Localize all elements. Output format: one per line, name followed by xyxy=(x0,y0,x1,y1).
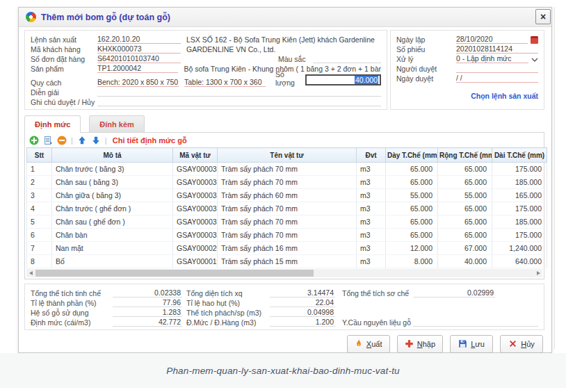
column-header[interactable]: Mã vật tư xyxy=(173,148,218,163)
table-cell: Tràm sấy phách 70 mm xyxy=(218,202,357,215)
summary-value-field[interactable]: 22.04 xyxy=(270,298,335,307)
table-cell: 6 xyxy=(27,229,52,242)
xu-ly-label: Xử lý xyxy=(396,55,456,63)
huy-button[interactable]: Hủy xyxy=(500,335,543,353)
column-header[interactable]: Dày T.Chế (mm) xyxy=(386,148,438,163)
column-header[interactable]: Tên vật tư xyxy=(218,148,357,163)
summary-row: Tổng diện tích xq3.14474 xyxy=(186,288,335,297)
summary-value-field[interactable]: 0.04998 xyxy=(270,308,335,317)
tab-dinh-kem[interactable]: Đính kèm xyxy=(89,115,145,132)
form-panels: Lệnh sản xuất 162.20.10.20 LSX SỐ 162 - … xyxy=(24,30,544,110)
summary-label: Tổng diện tích xq xyxy=(186,289,270,297)
xuat-button[interactable]: Xuất xyxy=(347,335,390,353)
scroll-right-icon[interactable] xyxy=(534,269,542,277)
chon-lenh-san-xuat-link[interactable]: Chọn lệnh sản xuất xyxy=(471,92,538,100)
row-lenh-san-xuat: Lệnh sản xuất 162.20.10.20 LSX SỐ 162 - … xyxy=(31,34,381,44)
column-header[interactable]: Dài T.Chế (mm) xyxy=(492,148,547,163)
summary-row: Đ.Mức / Đ.Hàng (m3)1.200 xyxy=(186,317,335,327)
flame-icon xyxy=(355,338,363,350)
so-don-dat-hang-label: Số đơn đặt hàng xyxy=(31,55,97,63)
add-row-icon[interactable] xyxy=(29,136,39,145)
table-row[interactable]: 5Chân sau ( ghế đơn )GSAY000035Tràm sấy … xyxy=(27,215,547,229)
summary-row: Định mức (cái/m3)42.772 xyxy=(31,317,182,327)
summary-label: Tỉ lệ thành phần (%) xyxy=(31,299,113,307)
quy-cach-bench-field[interactable]: Bench: 2020 x 850 x 750 xyxy=(97,78,179,87)
ma-khach-hang-label: Mã khách hàng xyxy=(31,45,97,54)
so-luong-input[interactable]: 40.000 xyxy=(305,74,381,85)
nguoi-duyet-field[interactable] xyxy=(456,64,538,73)
table-row[interactable]: 6Chân bànGSAY000035Tràm sấy phách 70 mmm… xyxy=(27,229,547,242)
table-cell: 175.000 xyxy=(492,229,547,242)
table-cell: Tràm sấy phách 16 mm xyxy=(218,242,357,255)
scrollbar-thumb[interactable] xyxy=(35,270,314,277)
calendar-icon[interactable] xyxy=(531,36,538,44)
summary-row: Tỉ lệ thành phần (%)77.96 xyxy=(31,297,182,307)
summary-value-field[interactable]: 1.200 xyxy=(270,318,335,327)
cancel-x-icon xyxy=(508,339,517,350)
move-up-icon[interactable] xyxy=(77,136,87,145)
move-down-icon[interactable] xyxy=(91,136,101,145)
tab-dinh-muc[interactable]: Định mức xyxy=(24,115,81,133)
summary-value-field[interactable]: 0.02338 xyxy=(113,288,182,297)
table-cell: 12.000 xyxy=(386,242,438,255)
ghi-chu-label: Ghi chú duyệt / Hủy xyxy=(31,98,97,106)
column-header[interactable]: Stt xyxy=(27,148,52,163)
chevron-down-icon[interactable] xyxy=(531,55,538,63)
summary-value-field[interactable]: 1.283 xyxy=(113,308,182,317)
summary-col2: Tổng diện tích xq3.14474Tỉ lệ hao hụt (%… xyxy=(186,288,335,327)
summary-value-field[interactable] xyxy=(413,318,538,327)
dien-giai-field[interactable] xyxy=(97,88,381,97)
ngay-duyet-field[interactable]: / / xyxy=(456,74,538,83)
table-cell: m3 xyxy=(357,176,386,189)
luu-button[interactable]: Lưu xyxy=(450,335,493,353)
ma-khach-hang-field[interactable]: KHXK000073 xyxy=(97,44,181,54)
mau-sac-field[interactable] xyxy=(313,54,381,63)
table-cell: 65.000 xyxy=(386,229,438,242)
so-phieu-field[interactable]: 20201028114124 xyxy=(456,44,538,54)
summary-value-field[interactable]: 0.02999 xyxy=(413,288,495,297)
summary-row: Y.Cầu nguyên liệu gỗ xyxy=(342,317,538,327)
close-button[interactable]: × xyxy=(535,9,551,24)
table-row[interactable]: 2Chân sau ( băng 3)GSAY000035Tràm sấy ph… xyxy=(27,176,547,189)
copy-row-icon[interactable] xyxy=(43,136,53,145)
table-row[interactable]: 8BốGSAY000019Tràm sấy phách 15 mmm38.000… xyxy=(27,255,547,268)
so-don-dat-hang-field[interactable]: S64201010103740 xyxy=(97,54,181,63)
table-row[interactable]: 1Chân trước ( băng 3)GSAY000035Tràm sấy … xyxy=(27,163,547,176)
tab-bar: Định mức Đính kèm xyxy=(24,115,551,132)
summary-value-field[interactable]: 77.96 xyxy=(113,298,182,307)
summary-label: Thể tích phách/sp (m3) xyxy=(186,309,270,317)
table-cell: Chân trước ( băng 3) xyxy=(52,163,173,176)
table-cell: 185.000 xyxy=(492,215,547,229)
table-cell: 1,240.000 xyxy=(492,242,547,255)
quy-cach-table-field[interactable]: Table: 1300 x 700 x 360 xyxy=(184,78,266,87)
table-cell: Chân bàn xyxy=(52,229,173,242)
ngay-lap-field[interactable]: 28/10/2020 xyxy=(456,35,528,44)
ma-khach-hang-desc: GARDENLINE VN Co., Ltd. xyxy=(181,45,381,54)
ngay-lap-label: Ngày lập xyxy=(396,35,456,44)
summary-value-field[interactable]: 42.772 xyxy=(113,318,182,327)
horizontal-scrollbar[interactable] xyxy=(26,269,542,277)
table-cell: 1 xyxy=(27,163,52,176)
table-cell: 8 xyxy=(27,255,52,268)
column-header[interactable]: Đvt xyxy=(357,148,386,163)
lenh-san-xuat-field[interactable]: 162.20.10.20 xyxy=(97,35,181,44)
column-header[interactable]: Rộng T.Chế (mm) xyxy=(438,148,492,163)
table-row[interactable]: 7Nan mặtGSAY000020Tràm sấy phách 16 mmm3… xyxy=(27,242,547,255)
summary-value-field[interactable]: 3.14474 xyxy=(270,288,335,297)
xu-ly-select[interactable]: 0 - Lập định mức xyxy=(456,54,528,63)
nhap-button[interactable]: Nhập xyxy=(397,335,443,353)
table-cell: 65.000 xyxy=(386,215,438,229)
table-cell: m3 xyxy=(357,242,386,255)
san-pham-field[interactable]: TP1.2000042 xyxy=(97,64,178,73)
dialog-title: Thêm mới bom gỗ (dự toán gỗ) xyxy=(41,13,170,22)
scroll-left-icon[interactable] xyxy=(26,269,35,277)
table-cell: Chân sau ( ghế đơn ) xyxy=(52,215,173,229)
table-row[interactable]: 3Chân giữa ( băng 3)GSAY000033Tràm sấy p… xyxy=(27,189,547,202)
page: Thêm mới bom gỗ (dự toán gỗ) × Lệnh sản … xyxy=(0,0,566,392)
column-header[interactable]: Mô tả xyxy=(52,148,173,163)
table-cell: GSAY000035 xyxy=(173,163,218,176)
ghi-chu-field[interactable] xyxy=(97,97,381,106)
table-row[interactable]: 4Chân trước ( ghế đơn )GSAY000035Tràm sấ… xyxy=(27,202,547,215)
toolbar-separator: | xyxy=(71,136,73,145)
remove-row-icon[interactable] xyxy=(57,136,67,145)
